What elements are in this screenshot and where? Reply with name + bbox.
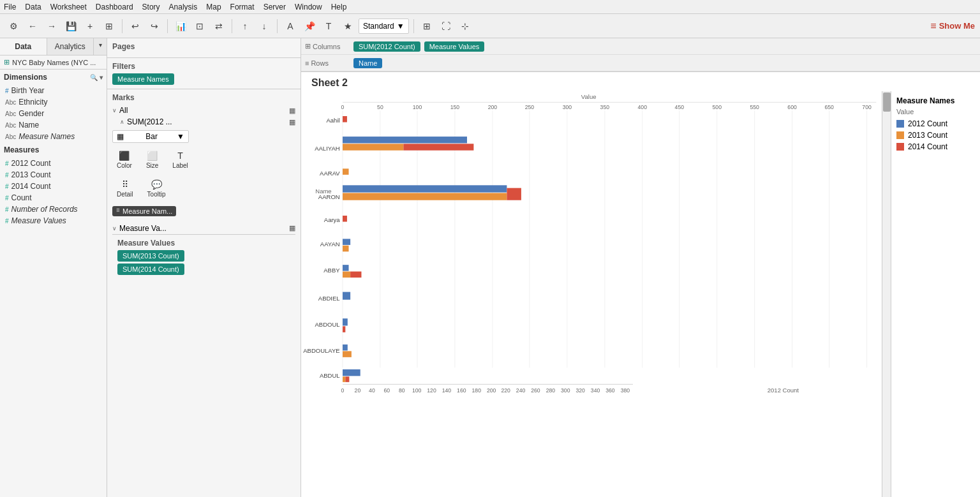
rows-pill-name[interactable]: Name — [353, 58, 382, 68]
marks-measureva-row[interactable]: ∨ Measure Va... ▦ — [112, 223, 295, 234]
bar-abdul-2012[interactable] — [343, 369, 360, 376]
toolbar-standard-dropdown[interactable]: Standard ▼ — [359, 19, 409, 34]
color-btn[interactable]: ⬛ Color — [112, 148, 137, 172]
bar-abdoulaye-2012[interactable] — [343, 345, 348, 351]
right-scrollbar-thumb[interactable] — [883, 93, 891, 112]
tooltip-btn[interactable]: 💬 Tooltip — [143, 177, 170, 200]
svg-text:80: 80 — [399, 387, 405, 394]
toolbar-color-btn[interactable]: A — [282, 18, 299, 34]
menu-format[interactable]: Format — [230, 3, 255, 11]
measure-2013-count[interactable]: # 2013 Count — [0, 169, 107, 181]
toolbar-undo-btn[interactable]: ↩ — [127, 18, 144, 34]
data-source-item[interactable]: ⊞ NYC Baby Names (NYC ... — [0, 56, 107, 70]
toolbar-text-btn[interactable]: T — [320, 18, 337, 34]
bar-aaliyah-2013[interactable] — [343, 144, 403, 150]
bar-aaliyah-2014[interactable] — [403, 144, 473, 150]
toolbar-back-btn[interactable]: ← — [24, 18, 41, 34]
bar-aayan-2012[interactable] — [343, 239, 350, 245]
measure-measure-values[interactable]: # Measure Values — [0, 215, 107, 226]
toolbar-star-btn[interactable]: ★ — [339, 18, 356, 34]
menu-story[interactable]: Story — [142, 3, 160, 11]
menu-dashboard[interactable]: Dashboard — [96, 3, 133, 11]
toolbar-screen-btn[interactable]: ⛶ — [438, 18, 454, 34]
bar-type-dropdown[interactable]: ▦ Bar ▼ — [112, 130, 189, 143]
measure-names-mark-pill[interactable]: ⠿ Measure Nam... — [112, 206, 176, 216]
bar-aarya-2014[interactable] — [343, 216, 347, 222]
toolbar-share-btn[interactable]: ⊹ — [457, 18, 473, 34]
menu-map[interactable]: Map — [206, 3, 221, 11]
svg-text:60: 60 — [384, 387, 390, 394]
bar-abby-2014[interactable] — [350, 272, 361, 278]
menu-worksheet[interactable]: Worksheet — [50, 3, 87, 11]
toolbar-home-btn[interactable]: ⚙ — [5, 18, 22, 34]
dimension-birth-year[interactable]: # Birth Year — [0, 85, 107, 96]
bar-abdul-2014[interactable] — [345, 376, 349, 382]
measure-number-of-records[interactable]: # Number of Records — [0, 204, 107, 215]
bar-aaliyah-2012[interactable] — [343, 137, 467, 143]
columns-text: Columns — [313, 43, 340, 50]
svg-text:100: 100 — [412, 387, 422, 394]
size-btn[interactable]: ⬜ Size — [142, 148, 163, 172]
toolbar-chart-btn[interactable]: 📊 — [172, 18, 189, 34]
marks-sum2012-row[interactable]: ∧ SUM(2012 ... ▦ — [112, 116, 295, 128]
toolbar-forward-btn[interactable]: → — [43, 18, 60, 34]
detail-btn[interactable]: ⠿ Detail — [112, 177, 138, 200]
menu-window[interactable]: Window — [295, 3, 322, 11]
marks-all-label: All — [119, 106, 128, 115]
bar-abdiel-2012[interactable] — [343, 292, 350, 300]
dimension-name[interactable]: Abc Name — [0, 119, 107, 131]
bar-abdul-2013[interactable] — [343, 376, 345, 382]
toolbar-pin-btn[interactable]: 📌 — [301, 18, 318, 34]
bar-aaron-2013[interactable] — [343, 193, 507, 200]
measure-count[interactable]: # Count — [0, 192, 107, 204]
dimensions-menu-icon[interactable]: ▾ — [100, 74, 103, 81]
bar-aahil-2014[interactable] — [343, 116, 347, 122]
measure-2014-label: 2014 Count — [11, 182, 51, 191]
sidebar-menu-btn[interactable]: ▾ — [94, 38, 107, 51]
tab-analytics[interactable]: Analytics — [47, 38, 94, 55]
bar-abdoul-2012[interactable] — [343, 318, 348, 325]
mv-pill-2013[interactable]: SUM(2013 Count) — [117, 250, 184, 262]
bar-abdoulaye-2013[interactable] — [343, 351, 352, 357]
show-me-button[interactable]: ≡ Show Me — [930, 20, 975, 32]
measure-2012-count[interactable]: # 2012 Count — [0, 158, 107, 169]
toolbar-swap-btn[interactable]: ⇄ — [211, 18, 227, 34]
svg-text:340: 340 — [591, 387, 600, 394]
measure-2014-count[interactable]: # 2014 Count — [0, 181, 107, 192]
menu-analysis[interactable]: Analysis — [169, 3, 198, 11]
bar-aarav-2013[interactable] — [343, 168, 349, 175]
dimension-measure-names[interactable]: Abc Measure Names — [0, 131, 107, 142]
mv-pill-2014[interactable]: SUM(2014 Count) — [117, 263, 184, 275]
bar-aayan-2013[interactable] — [343, 246, 349, 252]
marks-all-row[interactable]: ∨ All ▦ — [112, 105, 295, 116]
measure-names-filter-pill[interactable]: Measure Names — [112, 73, 174, 85]
bar-aaron-2014[interactable] — [507, 188, 521, 200]
columns-pill-mv[interactable]: Measure Values — [424, 41, 485, 52]
toolbar-sort-desc-btn[interactable]: ↓ — [256, 18, 272, 34]
bar-aaron-2012[interactable] — [343, 185, 507, 192]
toolbar-copy-btn[interactable]: ⊞ — [101, 18, 117, 34]
tab-data[interactable]: Data — [0, 38, 47, 55]
toolbar-redo-btn[interactable]: ↪ — [146, 18, 163, 34]
menu-file[interactable]: File — [4, 3, 16, 11]
columns-pill-2012[interactable]: SUM(2012 Count) — [353, 41, 420, 52]
toolbar-duplicate-btn[interactable]: ⊡ — [191, 18, 208, 34]
bar-abby-2012[interactable] — [343, 265, 349, 271]
tooltip-label: Tooltip — [147, 191, 166, 198]
menu-data[interactable]: Data — [25, 3, 41, 11]
right-scrollbar[interactable] — [882, 91, 891, 497]
viz-area: ⊞ Columns SUM(2012 Count) Measure Values… — [301, 38, 980, 497]
toolbar-view-btn[interactable]: ⊞ — [419, 18, 435, 34]
dimension-ethnicity[interactable]: Abc Ethnicity — [0, 96, 107, 108]
columns-shelf: ⊞ Columns SUM(2012 Count) Measure Values — [301, 38, 980, 55]
label-btn[interactable]: T Label — [168, 148, 192, 172]
bar-abdoul-2014[interactable] — [343, 326, 345, 332]
menu-server[interactable]: Server — [264, 3, 286, 11]
dimensions-search-icon[interactable]: 🔍 — [90, 74, 98, 81]
toolbar-sort-asc-btn[interactable]: ↑ — [237, 18, 253, 34]
bar-abby-2013[interactable] — [343, 272, 350, 278]
toolbar-add-btn[interactable]: + — [82, 18, 98, 34]
toolbar-save-btn[interactable]: 💾 — [63, 18, 79, 34]
menu-help[interactable]: Help — [331, 3, 347, 11]
dimension-gender[interactable]: Abc Gender — [0, 108, 107, 119]
